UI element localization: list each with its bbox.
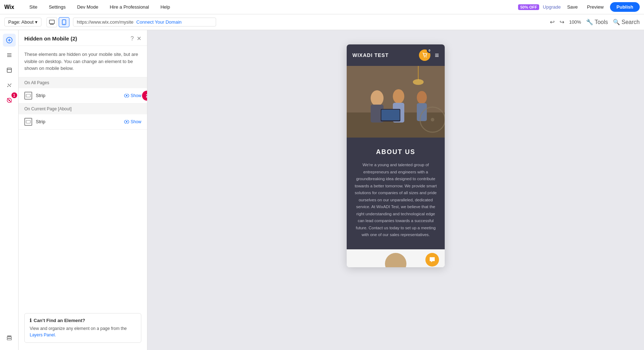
top-nav: Wix Site Settings Dev Mode Hire a Profes… [0,0,644,14]
cant-find-title: ℹ Can't Find an Element? [30,318,136,323]
svg-rect-37 [381,110,400,120]
preview-button[interactable]: Preview [584,3,606,11]
svg-rect-20 [7,337,11,338]
panel-body: These elements are hidden on your mobile… [19,46,147,350]
view-toggle [47,17,69,27]
svg-point-34 [417,91,427,104]
svg-point-23 [126,95,127,96]
chat-fab-button[interactable] [425,253,439,267]
panel-title: Hidden on Mobile (2) [24,35,77,42]
mobile-preview-frame: WIXADI TEST 0 ≡ [347,44,445,267]
help-button[interactable]: ? [131,35,134,42]
svg-rect-1 [49,20,54,24]
panel-description: These elements are hidden on your mobile… [19,46,147,77]
nav-devmode[interactable]: Dev Mode [75,3,100,11]
svg-rect-24 [26,120,30,123]
show-button-all-pages[interactable]: Show [124,93,141,98]
svg-rect-35 [417,103,427,121]
save-button[interactable]: Save [564,3,581,11]
svg-rect-13 [7,68,11,72]
hamburger-icon: ≡ [435,52,439,59]
svg-point-32 [393,89,404,104]
mobile-view-button[interactable] [59,17,69,27]
strip-icon-all [24,92,32,100]
sidebar-icon-add[interactable] [3,34,16,47]
svg-rect-21 [7,336,11,336]
show-button-current-page[interactable]: Show [124,119,141,124]
canvas-area: WIXADI TEST 0 ≡ [147,30,644,350]
element-row-strip-current-page[interactable]: Strip Show [19,114,147,130]
sidebar-icon-layers[interactable] [3,331,16,344]
mobile-about-section: ABOUT US We're a young and talented grou… [347,138,445,249]
close-button[interactable]: ✕ [137,35,141,42]
mobile-logo: WIXADI TEST [352,52,389,58]
mobile-header: WIXADI TEST 0 ≡ [347,44,445,66]
svg-point-30 [371,90,384,106]
section-current-page-label: On Current Page [About] [19,104,147,114]
main-layout: 1 Hidden on Mobile (2) ? ✕ These element… [0,30,644,350]
sidebar-icon-hidden[interactable]: 1 [3,94,16,107]
element-left-strip-current: Strip [24,118,45,126]
connect-domain-link[interactable]: Connect Your Domain [136,19,181,25]
sidebar-icon-design[interactable] [3,64,16,77]
sidebar-icon-pages[interactable] [3,49,16,62]
svg-point-6 [64,24,64,24]
wix-logo: Wix [4,4,17,11]
element-row-strip-all-pages-wrapper: Strip Show 2 [19,88,147,104]
mobile-hero-image [347,66,445,138]
sidebar-icons: 1 [0,30,19,350]
mobile-header-right: 0 ≡ [419,49,439,61]
undo-button[interactable]: ↩ [550,19,555,25]
about-title: ABOUT US [354,148,438,156]
second-nav: Page: About ▾ https://www.wix.com/mysite… [0,14,644,30]
page-selector[interactable]: Page: About ▾ [4,18,42,27]
svg-rect-19 [7,339,11,340]
footer-avatar [385,253,406,267]
layers-panel-link[interactable]: Layers Panel. [30,332,56,337]
svg-point-26 [424,57,425,57]
cant-find-box: ℹ Can't Find an Element? View and organi… [24,313,141,343]
panel-header: Hidden on Mobile (2) ? ✕ [19,30,147,46]
about-text: We're a young and talented group of entr… [354,162,438,239]
upgrade-link[interactable]: Upgrade [543,4,561,10]
sidebar-icon-tools[interactable] [3,79,16,92]
tools-button[interactable]: 🔧 Tools [586,19,608,25]
redo-button[interactable]: ↪ [560,19,564,25]
strip-name-current: Strip [36,119,45,124]
zoom-display: 100% [569,19,581,25]
publish-button[interactable]: Publish [610,2,640,12]
hidden-elements-panel: Hidden on Mobile (2) ? ✕ These elements … [19,30,147,350]
cant-find-desc: View and organize any element on a page … [30,325,136,338]
nav-settings[interactable]: Settings [47,3,68,11]
svg-rect-22 [26,94,30,97]
svg-point-41 [413,79,424,85]
url-text: https://www.wix.com/mysite [77,19,133,25]
chevron-down-icon: ▾ [35,19,38,25]
url-bar: https://www.wix.com/mysite Connect Your … [73,18,216,27]
desktop-view-button[interactable] [47,17,57,27]
cart-icon: 0 [419,49,430,61]
nav-hire-professional[interactable]: Hire a Professional [108,3,151,11]
page-label: Page: About [8,19,34,25]
search-button[interactable]: 🔍 Search [613,19,640,25]
hero-person-graphic [347,66,445,138]
svg-point-27 [426,57,426,57]
svg-point-39 [431,118,434,121]
nav-site[interactable]: Site [27,3,39,11]
element-row-strip-all-pages[interactable]: Strip Show [19,88,147,104]
info-icon: ℹ [30,318,31,323]
strip-icon-current [24,118,32,126]
nav-help[interactable]: Help [158,3,172,11]
strip-name-all: Strip [36,93,45,98]
panel-header-icons: ? ✕ [131,35,141,42]
discount-badge: 50% OFF [518,4,539,10]
hidden-badge: 1 [11,92,17,98]
svg-line-15 [8,84,11,87]
element-left-strip-all: Strip [24,92,45,100]
svg-point-25 [126,121,127,123]
cart-count: 0 [427,48,432,53]
mobile-footer-partial [347,249,445,267]
svg-text:Wix: Wix [4,4,14,10]
section-all-pages-label: On All Pages [19,77,147,88]
